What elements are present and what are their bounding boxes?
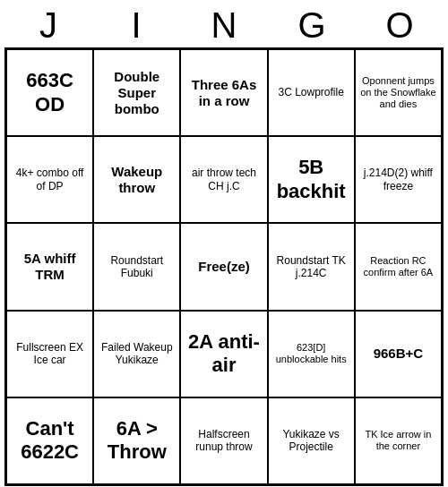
bingo-header: JINGO: [4, 0, 444, 47]
bingo-cell-r2-c2: Free(ze): [180, 223, 267, 310]
bingo-cell-r0-c3: 3C Lowprofile: [268, 49, 355, 136]
bingo-cell-r3-c3: 623[D] unblockable hits: [268, 311, 355, 397]
bingo-cell-r3-c0: Fullscreen EX Ice car: [6, 311, 93, 397]
bingo-cell-r3-c2: 2A anti-air: [180, 311, 267, 397]
bingo-cell-r0-c4: Oponnent jumps on the Snowflake and dies: [355, 49, 442, 136]
bingo-cell-r0-c0: 663C OD: [6, 49, 93, 136]
bingo-cell-r4-c3: Yukikaze vs Projectile: [268, 397, 355, 484]
header-letter-n: N: [184, 5, 264, 46]
bingo-cell-r1-c4: j.214D(2) whiff freeze: [355, 136, 442, 223]
bingo-cell-r0-c1: Double Super bombo: [93, 49, 180, 136]
header-letter-o: O: [359, 5, 440, 46]
header-letter-i: I: [96, 5, 177, 46]
bingo-cell-r1-c0: 4k+ combo off of DP: [6, 136, 93, 223]
bingo-cell-r2-c3: Roundstart TK j.214C: [268, 223, 355, 310]
bingo-cell-r4-c1: 6A > Throw: [93, 397, 180, 484]
bingo-cell-r1-c3: 5B backhit: [268, 136, 355, 223]
bingo-cell-r2-c0: 5A whiff TRM: [6, 223, 93, 310]
bingo-cell-r2-c4: Reaction RC confirm after 6A: [355, 223, 442, 310]
header-letter-g: G: [271, 5, 352, 46]
bingo-cell-r1-c2: air throw tech CH j.C: [180, 136, 267, 223]
bingo-cell-r3-c4: 966B+C: [355, 311, 442, 397]
header-letter-j: J: [8, 5, 89, 46]
bingo-cell-r1-c1: Wakeup throw: [93, 136, 180, 223]
bingo-cell-r4-c0: Can't 6622C: [6, 397, 93, 484]
bingo-cell-r3-c1: Failed Wakeup Yukikaze: [93, 311, 180, 397]
bingo-cell-r2-c1: Roundstart Fubuki: [93, 223, 180, 310]
bingo-cell-r4-c2: Halfscreen runup throw: [180, 397, 267, 484]
bingo-cell-r4-c4: TK Ice arrow in the corner: [355, 397, 442, 484]
bingo-grid: 663C ODDouble Super bomboThree 6As in a …: [4, 47, 444, 486]
bingo-cell-r0-c2: Three 6As in a row: [180, 49, 267, 136]
